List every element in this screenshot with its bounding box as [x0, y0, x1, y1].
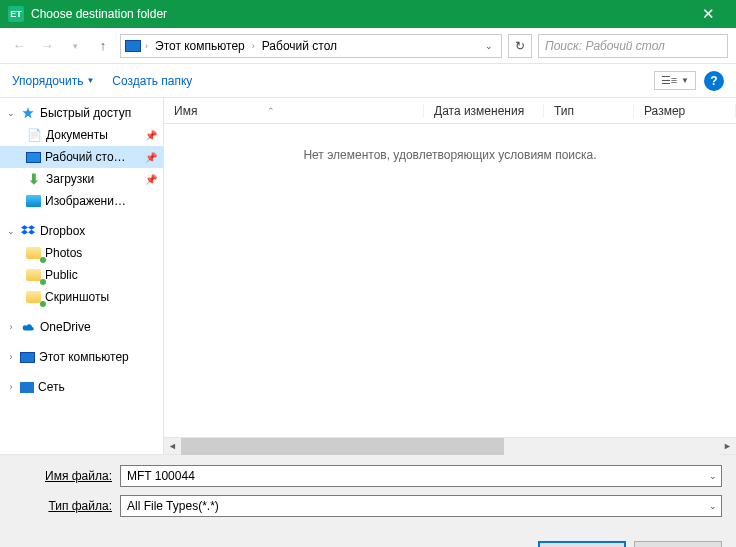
file-list-area: Имя ⌃ Дата изменения Тип Размер Нет элем… [164, 98, 736, 454]
sidebar: ⌄ Быстрый доступ 📄 Документы 📌 Рабочий с… [0, 98, 164, 454]
forward-button[interactable]: → [36, 35, 58, 57]
search-input[interactable] [545, 39, 721, 53]
scroll-right-icon[interactable]: ► [719, 438, 736, 455]
sidebar-pictures[interactable]: Изображени… [0, 190, 163, 212]
chevron-down-icon: ▼ [681, 76, 689, 85]
scrollbar-thumb[interactable] [181, 438, 504, 455]
pin-icon: 📌 [145, 130, 157, 141]
document-icon: 📄 [26, 127, 42, 143]
back-button[interactable]: ← [8, 35, 30, 57]
pictures-icon [26, 195, 41, 207]
chevron-right-icon: › [145, 41, 148, 51]
folder-icon [26, 247, 41, 259]
column-type[interactable]: Тип [544, 104, 634, 118]
form-area: Имя файла: ⌄ Тип файла: All File Types(*… [0, 454, 736, 535]
chevron-right-icon: › [6, 352, 16, 362]
toolbar: Упорядочить ▼ Создать папку ☰≡ ▼ ? [0, 64, 736, 98]
chevron-down-icon: ⌄ [6, 108, 16, 118]
sidebar-documents[interactable]: 📄 Документы 📌 [0, 124, 163, 146]
pin-icon: 📌 [145, 174, 157, 185]
sidebar-dropbox[interactable]: ⌄ Dropbox [0, 220, 163, 242]
chevron-down-icon[interactable]: ⌄ [709, 501, 717, 511]
recent-dropdown[interactable]: ▾ [64, 35, 86, 57]
cloud-icon [20, 319, 36, 335]
refresh-button[interactable]: ↻ [508, 34, 532, 58]
folder-icon [26, 269, 41, 281]
nav-bar: ← → ▾ ↑ › Этот компьютер › Рабочий стол … [0, 28, 736, 64]
filetype-value: All File Types(*.*) [127, 499, 219, 513]
sidebar-network[interactable]: › Сеть [0, 376, 163, 398]
chevron-down-icon: ▼ [86, 76, 94, 85]
help-button[interactable]: ? [704, 71, 724, 91]
sidebar-quick-access[interactable]: ⌄ Быстрый доступ [0, 102, 163, 124]
column-headers: Имя ⌃ Дата изменения Тип Размер [164, 98, 736, 124]
chevron-down-icon[interactable]: ⌄ [709, 471, 717, 481]
column-name[interactable]: Имя ⌃ [164, 104, 424, 118]
sort-indicator-icon: ⌃ [267, 106, 275, 116]
sidebar-photos[interactable]: Photos [0, 242, 163, 264]
folder-icon [26, 291, 41, 303]
breadcrumb-desktop[interactable]: Рабочий стол [259, 39, 340, 53]
sidebar-public[interactable]: Public [0, 264, 163, 286]
sidebar-onedrive[interactable]: › OneDrive [0, 316, 163, 338]
list-icon: ☰≡ [661, 74, 677, 87]
sidebar-screenshots[interactable]: Скриншоты [0, 286, 163, 308]
scroll-left-icon[interactable]: ◄ [164, 438, 181, 455]
save-button[interactable]: Сохранить [538, 541, 626, 547]
filename-combo[interactable]: ⌄ [120, 465, 722, 487]
pc-icon [125, 40, 141, 52]
empty-message: Нет элементов, удовлетворяющих условиям … [164, 124, 736, 162]
footer: ⌃ Скрыть папки Сохранить Отмена [0, 535, 736, 547]
chevron-right-icon: › [6, 322, 16, 332]
desktop-icon [26, 152, 41, 163]
breadcrumb-pc[interactable]: Этот компьютер [152, 39, 248, 53]
close-icon[interactable]: ✕ [688, 5, 728, 23]
address-dropdown[interactable]: ⌄ [481, 41, 497, 51]
sidebar-thispc[interactable]: › Этот компьютер [0, 346, 163, 368]
filetype-label: Тип файла: [14, 499, 120, 513]
filename-input[interactable] [127, 469, 715, 483]
filename-label: Имя файла: [14, 469, 120, 483]
title-bar: ET Choose destination folder ✕ [0, 0, 736, 28]
pc-icon [20, 352, 35, 363]
new-folder-button[interactable]: Создать папку [112, 74, 192, 88]
view-mode-button[interactable]: ☰≡ ▼ [654, 71, 696, 90]
search-box[interactable] [538, 34, 728, 58]
cancel-button[interactable]: Отмена [634, 541, 722, 547]
chevron-down-icon: ⌄ [6, 226, 16, 236]
up-button[interactable]: ↑ [92, 35, 114, 57]
chevron-right-icon: › [252, 41, 255, 51]
chevron-right-icon: › [6, 382, 16, 392]
column-size[interactable]: Размер [634, 104, 736, 118]
window-title: Choose destination folder [31, 7, 688, 21]
address-bar[interactable]: › Этот компьютер › Рабочий стол ⌄ [120, 34, 502, 58]
dropbox-icon [20, 223, 36, 239]
network-icon [20, 382, 34, 393]
column-date[interactable]: Дата изменения [424, 104, 544, 118]
sidebar-desktop[interactable]: Рабочий сто… 📌 [0, 146, 163, 168]
app-icon: ET [8, 6, 24, 22]
organize-button[interactable]: Упорядочить ▼ [12, 74, 94, 88]
filetype-combo[interactable]: All File Types(*.*) ⌄ [120, 495, 722, 517]
star-icon [20, 105, 36, 121]
pin-icon: 📌 [145, 152, 157, 163]
download-icon: ⬇ [26, 171, 42, 187]
horizontal-scrollbar[interactable]: ◄ ► [164, 437, 736, 454]
sidebar-downloads[interactable]: ⬇ Загрузки 📌 [0, 168, 163, 190]
